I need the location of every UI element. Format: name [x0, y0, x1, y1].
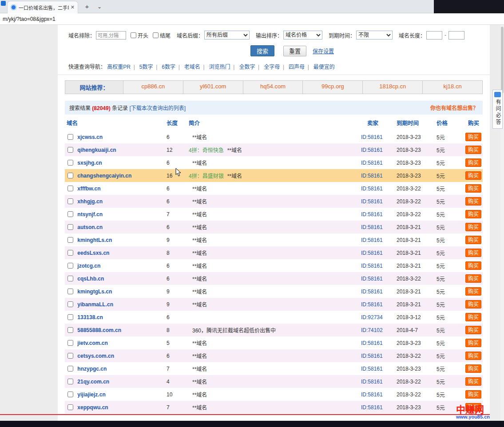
- domain-link[interactable]: yijiajiejz.cn: [77, 391, 105, 398]
- buy-button[interactable]: 购买: [465, 158, 481, 167]
- domain-link[interactable]: jietv.com.cn: [77, 340, 107, 346]
- buy-button[interactable]: 购买: [465, 210, 481, 218]
- seller-link[interactable]: ID:58161: [361, 224, 383, 230]
- recommend-site-link[interactable]: 1818cp.cn: [362, 80, 423, 94]
- exclude-input[interactable]: [96, 31, 126, 40]
- recommend-site-link[interactable]: cp886.cn: [123, 80, 183, 94]
- row-checkbox[interactable]: [67, 173, 73, 178]
- quick-nav-item-cheapest[interactable]: 最便宜的: [314, 64, 335, 70]
- buy-button[interactable]: 购买: [465, 326, 481, 334]
- domain-link[interactable]: cqsLhb.cn: [77, 276, 104, 282]
- buy-button[interactable]: 购买: [465, 390, 481, 399]
- domain-link[interactable]: xhhgjg.cn: [77, 198, 103, 205]
- row-checkbox[interactable]: [67, 224, 73, 230]
- row-checkbox[interactable]: [67, 147, 73, 153]
- domain-link[interactable]: yibanmaLL.cn: [77, 301, 113, 308]
- buy-button[interactable]: 购买: [465, 339, 481, 347]
- seller-link[interactable]: ID:58161: [361, 134, 383, 140]
- sell-domain-link[interactable]: 你也有域名想出售？: [430, 104, 478, 111]
- row-checkbox[interactable]: [67, 404, 73, 410]
- seller-link[interactable]: ID:58161: [361, 198, 383, 205]
- quick-nav-item-hot[interactable]: 浏览热门: [209, 64, 238, 70]
- quick-nav-item-pr[interactable]: 高权重PR: [107, 64, 138, 70]
- row-checkbox[interactable]: [67, 134, 73, 140]
- row-checkbox[interactable]: [67, 237, 73, 243]
- row-checkbox[interactable]: [67, 366, 73, 372]
- row-checkbox[interactable]: [67, 186, 73, 191]
- tab-close-icon[interactable]: ✕: [71, 4, 75, 10]
- row-checkbox[interactable]: [67, 327, 73, 333]
- suffix-select[interactable]: 所有后缀: [204, 31, 250, 40]
- row-checkbox[interactable]: [67, 314, 73, 320]
- buy-button[interactable]: 购买: [465, 364, 481, 373]
- row-checkbox[interactable]: [67, 198, 73, 204]
- buy-button[interactable]: 购买: [465, 377, 481, 386]
- reset-button[interactable]: 重置: [283, 46, 306, 56]
- buy-button[interactable]: 购买: [465, 171, 481, 180]
- quick-nav-item-old[interactable]: 老域名: [184, 64, 207, 70]
- buy-button[interactable]: 购买: [465, 352, 481, 360]
- expiry-select[interactable]: 不限: [356, 31, 393, 40]
- page-scrollbar[interactable]: [500, 25, 504, 421]
- buy-button[interactable]: 购买: [465, 313, 481, 321]
- download-list-link[interactable]: [下载本次查询出的列表]: [129, 105, 186, 111]
- quick-nav-item-allletter[interactable]: 全字母: [264, 64, 287, 70]
- seller-link[interactable]: ID:92734: [361, 314, 383, 320]
- quick-nav-item-4initial[interactable]: 四声母: [289, 64, 312, 70]
- domain-link[interactable]: sxsjhg.cn: [77, 160, 102, 166]
- recommend-site-link[interactable]: kj18.cn: [422, 80, 483, 94]
- new-tab-button[interactable]: +: [83, 3, 91, 12]
- quick-nav-item-5digit[interactable]: 5数字: [139, 64, 160, 70]
- row-checkbox[interactable]: [67, 301, 73, 307]
- buy-button[interactable]: 购买: [465, 223, 481, 231]
- address-bar[interactable]: m/ykj/?tao=08&jgpx=1: [0, 13, 504, 25]
- recommend-site-link[interactable]: 99cp.org: [302, 80, 363, 94]
- row-checkbox[interactable]: [67, 250, 73, 256]
- seller-link[interactable]: ID:58161: [361, 211, 383, 217]
- domain-link[interactable]: eedsLsxs.cn: [77, 250, 109, 256]
- row-checkbox[interactable]: [67, 340, 73, 346]
- seller-link[interactable]: ID:58161: [361, 263, 383, 269]
- row-checkbox[interactable]: [67, 379, 73, 384]
- buy-button[interactable]: 购买: [465, 274, 481, 283]
- search-button[interactable]: 搜索: [250, 45, 274, 56]
- buy-button[interactable]: 购买: [465, 133, 481, 141]
- buy-button[interactable]: 购买: [465, 146, 481, 154]
- seller-link[interactable]: ID:58161: [361, 186, 383, 192]
- qa-float-widget[interactable]: 有问必答: [492, 90, 503, 129]
- domain-link[interactable]: xeppqwu.cn: [77, 404, 108, 411]
- buy-button[interactable]: 购买: [465, 300, 481, 308]
- row-checkbox[interactable]: [67, 160, 73, 166]
- sort-select[interactable]: 域名价格: [283, 31, 322, 40]
- row-checkbox[interactable]: [67, 276, 73, 281]
- domain-link[interactable]: kminghtLs.cn: [77, 237, 112, 243]
- domain-link[interactable]: qihengkuaiji.cn: [77, 147, 116, 153]
- recommend-site-link[interactable]: yl601.com: [183, 80, 243, 94]
- domain-link[interactable]: 21qy.com.cn: [77, 379, 109, 385]
- seller-link[interactable]: ID:74102: [361, 327, 383, 333]
- row-checkbox[interactable]: [67, 391, 73, 397]
- seller-link[interactable]: ID:58161: [361, 250, 383, 256]
- recommend-site-link[interactable]: hq54.com: [243, 80, 303, 94]
- seller-link[interactable]: ID:58161: [361, 289, 383, 295]
- save-settings-link[interactable]: 保存设置: [313, 47, 334, 55]
- row-checkbox[interactable]: [67, 263, 73, 269]
- seller-link[interactable]: ID:58161: [361, 353, 383, 359]
- prefix-checkbox[interactable]: [131, 32, 136, 38]
- tabs-dropdown-icon[interactable]: ⌄: [95, 3, 104, 12]
- seller-link[interactable]: ID:58161: [361, 366, 383, 372]
- seller-link[interactable]: ID:58161: [361, 173, 383, 179]
- buy-button[interactable]: 购买: [465, 287, 481, 296]
- seller-link[interactable]: ID:58161: [361, 301, 383, 308]
- row-checkbox[interactable]: [67, 211, 73, 217]
- domain-link[interactable]: changshengcaiyin.cn: [77, 173, 131, 179]
- browser-tab[interactable]: 一口价域名出售，二手域 ✕: [7, 1, 78, 13]
- seller-link[interactable]: ID:58161: [361, 147, 383, 153]
- domain-link[interactable]: hnzypgc.cn: [77, 366, 107, 372]
- buy-button[interactable]: 购买: [465, 249, 481, 257]
- buy-button[interactable]: 购买: [465, 184, 481, 193]
- seller-link[interactable]: ID:58161: [361, 276, 383, 282]
- seller-link[interactable]: ID:58161: [361, 160, 383, 166]
- domain-link[interactable]: kmingtgLs.cn: [77, 289, 112, 295]
- length-min-input[interactable]: [426, 31, 442, 40]
